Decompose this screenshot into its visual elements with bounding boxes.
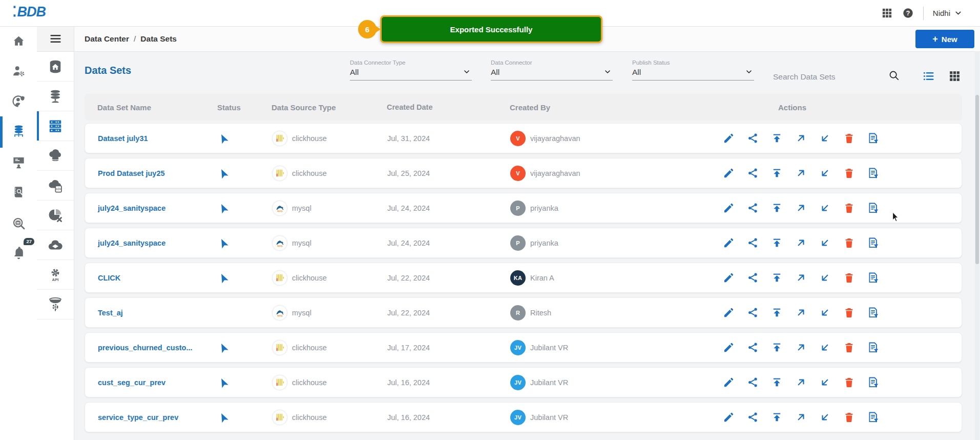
data-filter-button[interactable]: [867, 237, 879, 249]
dataset-name-link[interactable]: Prod Dataset juy25: [98, 169, 165, 177]
nav-tile-data-transform[interactable]: [37, 201, 74, 230]
edit-button[interactable]: [723, 167, 735, 179]
share-button[interactable]: [747, 342, 759, 353]
help-icon[interactable]: [902, 7, 914, 19]
delete-button[interactable]: [843, 376, 855, 388]
dataset-name-link[interactable]: Dataset july31: [98, 134, 148, 143]
share-button[interactable]: [747, 307, 759, 318]
grid-view-toggle[interactable]: [948, 70, 961, 83]
delete-button[interactable]: [843, 132, 855, 144]
delete-button[interactable]: [843, 411, 855, 423]
pull-button[interactable]: [819, 376, 831, 388]
nav-tile-data-prep[interactable]: [37, 171, 74, 201]
dataset-name-link[interactable]: CLICK: [98, 274, 120, 282]
pull-button[interactable]: [819, 237, 831, 249]
data-filter-button[interactable]: [867, 376, 879, 388]
edit-button[interactable]: [723, 237, 735, 249]
data-filter-button[interactable]: [867, 167, 879, 179]
dataset-name-link[interactable]: service_type_cur_prev: [98, 413, 178, 422]
push-button[interactable]: [795, 132, 807, 144]
data-filter-button[interactable]: [867, 272, 879, 284]
pull-button[interactable]: [819, 307, 831, 318]
dataset-name-link[interactable]: july24_sanityspace: [98, 239, 165, 247]
edit-button[interactable]: [723, 202, 735, 214]
pull-button[interactable]: [819, 202, 831, 214]
share-button[interactable]: [747, 132, 759, 144]
filter-publish-status[interactable]: Publish Status All: [632, 59, 754, 81]
sidebar-item-notifications[interactable]: 27: [0, 240, 37, 266]
publish-button[interactable]: [771, 167, 783, 179]
publish-button[interactable]: [771, 202, 783, 214]
delete-button[interactable]: [843, 237, 855, 249]
sidebar-item-security[interactable]: [0, 88, 37, 114]
publish-button[interactable]: [771, 376, 783, 388]
delete-button[interactable]: [843, 167, 855, 179]
new-button[interactable]: + New: [915, 30, 974, 48]
nav-tile-api-client[interactable]: [37, 260, 74, 290]
publish-button[interactable]: [771, 237, 783, 249]
pull-button[interactable]: [819, 342, 831, 353]
nav-tile-data-as-api[interactable]: [37, 141, 74, 171]
delete-button[interactable]: [843, 202, 855, 214]
user-menu[interactable]: Nidhi: [933, 9, 963, 17]
nav-tile-data-pipeline[interactable]: [37, 290, 74, 319]
sidebar-item-data-center[interactable]: [0, 118, 37, 144]
publish-button[interactable]: [771, 132, 783, 144]
edit-button[interactable]: [723, 342, 735, 353]
share-button[interactable]: [747, 237, 759, 249]
nav-tile-data-sets[interactable]: [37, 111, 74, 141]
edit-button[interactable]: [723, 132, 735, 144]
push-button[interactable]: [795, 411, 807, 423]
share-button[interactable]: [747, 411, 759, 423]
pull-button[interactable]: [819, 167, 831, 179]
dataset-name-link[interactable]: cust_seg_cur_prev: [98, 378, 165, 387]
sidebar-item-home[interactable]: [0, 28, 37, 54]
push-button[interactable]: [795, 342, 807, 353]
push-button[interactable]: [795, 237, 807, 249]
breadcrumb-data-sets[interactable]: Data Sets: [140, 34, 177, 44]
publish-button[interactable]: [771, 342, 783, 353]
push-button[interactable]: [795, 272, 807, 284]
push-button[interactable]: [795, 202, 807, 214]
publish-button[interactable]: [771, 272, 783, 284]
publish-button[interactable]: [771, 411, 783, 423]
edit-button[interactable]: [723, 411, 735, 423]
data-filter-button[interactable]: [867, 411, 879, 423]
delete-button[interactable]: [843, 272, 855, 284]
pull-button[interactable]: [819, 272, 831, 284]
dataset-name-link[interactable]: Test_aj: [98, 309, 123, 317]
edit-button[interactable]: [723, 272, 735, 284]
push-button[interactable]: [795, 376, 807, 388]
share-button[interactable]: [747, 167, 759, 179]
pull-button[interactable]: [819, 411, 831, 423]
share-button[interactable]: [747, 272, 759, 284]
edit-button[interactable]: [723, 307, 735, 318]
scrollbar-thumb[interactable]: [975, 95, 979, 264]
data-filter-button[interactable]: [867, 307, 879, 318]
filter-data-connector-type[interactable]: Data Connector Type All: [350, 59, 472, 81]
sidebar-item-business-story[interactable]: [0, 149, 37, 175]
bdb-logo[interactable]: BDB: [12, 4, 46, 20]
data-filter-button[interactable]: [867, 342, 879, 353]
data-filter-button[interactable]: [867, 202, 879, 214]
nav-tile-data-center-home[interactable]: [37, 52, 74, 82]
nav-tile-data-store[interactable]: [37, 82, 74, 111]
share-button[interactable]: [747, 376, 759, 388]
publish-button[interactable]: [771, 307, 783, 318]
push-button[interactable]: [795, 307, 807, 318]
edit-button[interactable]: [723, 376, 735, 388]
apps-grid-icon[interactable]: [881, 7, 893, 19]
breadcrumb-data-center[interactable]: Data Center: [85, 34, 129, 44]
sidebar-collapse-toggle[interactable]: [37, 26, 74, 52]
search-input[interactable]: [772, 72, 884, 82]
delete-button[interactable]: [843, 307, 855, 318]
sidebar-item-user-management[interactable]: [0, 58, 37, 84]
sidebar-item-data-search[interactable]: [0, 210, 37, 236]
list-view-toggle[interactable]: [922, 70, 935, 83]
push-button[interactable]: [795, 167, 807, 179]
data-filter-button[interactable]: [867, 132, 879, 144]
filter-data-connector[interactable]: Data Connector All: [491, 59, 613, 81]
delete-button[interactable]: [843, 342, 855, 353]
nav-tile-data-sandbox[interactable]: [37, 230, 74, 260]
pull-button[interactable]: [819, 132, 831, 144]
